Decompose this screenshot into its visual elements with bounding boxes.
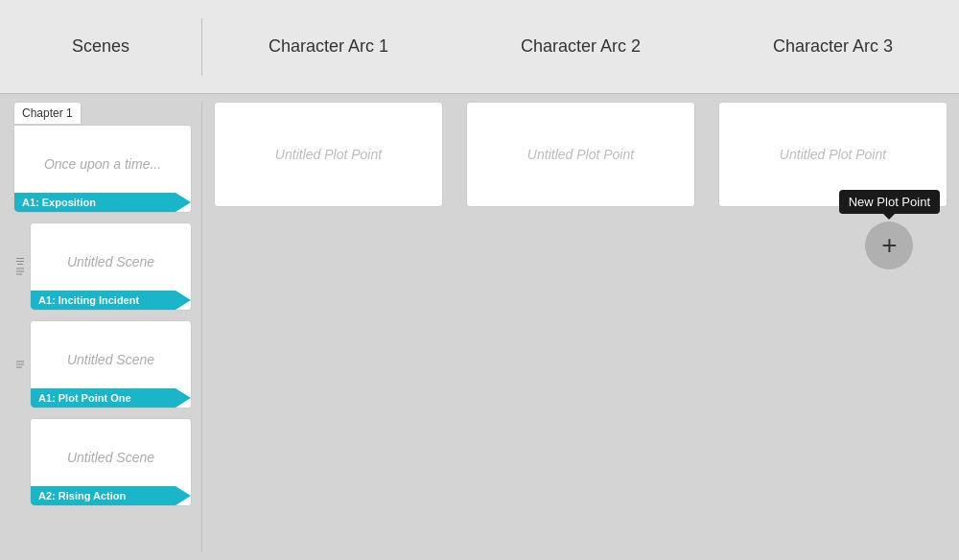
scenes-panel: Chapter 1 Once upon a time... A1: Exposi… [0,94,201,560]
scene-card-4[interactable]: Untitled Scene A2: Rising Action [30,418,192,506]
chapter-label: Chapter 1 [13,102,82,125]
scene-row-2: Untitled Scene A1: Inciting Incident [13,222,192,311]
arc3-column: Untitled Plot Point [707,102,959,552]
arc2-header: Character Arc 2 [455,36,707,57]
scene-title-4: Untitled Scene [67,450,154,465]
arc3-label: Character Arc 3 [773,36,893,56]
arc1-header: Character Arc 1 [202,36,455,57]
plus-icon: + [881,230,897,261]
new-plot-point-button[interactable]: + [865,222,913,269]
scene-row-3: Untitled Scene A1: Plot Point One [13,320,192,408]
scene-row-icon-2 [13,258,27,276]
plot-point-arc1-1-title: Untitled Plot Point [275,147,382,162]
scene-card-1[interactable]: Once upon a time... A1: Exposition [13,125,192,213]
scene-card-2[interactable]: Untitled Scene A1: Inciting Incident [30,222,192,311]
arc-columns: Untitled Plot Point Untitled Plot Point … [202,94,959,560]
scene-badge-1: A1: Exposition [14,193,191,212]
scene-row-icon-3 [13,360,27,369]
scene-badge-2: A1: Inciting Incident [31,291,191,310]
scenes-label: Scenes [72,36,129,56]
plot-point-arc2-1-title: Untitled Plot Point [527,147,634,162]
arc2-label: Character Arc 2 [521,36,641,56]
scene-badge-3: A1: Plot Point One [31,388,191,408]
scene-title-1: Once upon a time... [44,156,161,172]
new-plot-point-container: New Plot Point + [839,190,940,269]
scene-card-3[interactable]: Untitled Scene A1: Plot Point One [30,320,192,408]
scenes-column-header: Scenes [0,36,201,57]
header: Scenes Character Arc 1 Character Arc 2 C… [0,0,959,94]
scene-row-4: Untitled Scene A2: Rising Action [13,418,192,506]
arc1-column: Untitled Plot Point [202,102,455,552]
arc2-column: Untitled Plot Point [455,102,707,552]
move-icon [15,267,25,276]
arc3-header: Character Arc 3 [707,36,959,57]
arc1-label: Character Arc 1 [269,36,388,56]
scene-badge-4: A2: Rising Action [31,486,191,505]
main-content: Chapter 1 Once upon a time... A1: Exposi… [0,94,959,560]
scene-title-2: Untitled Scene [67,254,154,269]
plot-point-arc3-1-title: Untitled Plot Point [780,147,886,162]
move-icon-3 [15,360,25,369]
plot-point-arc1-1[interactable]: Untitled Plot Point [214,102,443,207]
new-plot-point-tooltip: New Plot Point [839,190,940,214]
scene-title-3: Untitled Scene [67,352,154,367]
plot-point-arc2-1[interactable]: Untitled Plot Point [466,102,695,207]
